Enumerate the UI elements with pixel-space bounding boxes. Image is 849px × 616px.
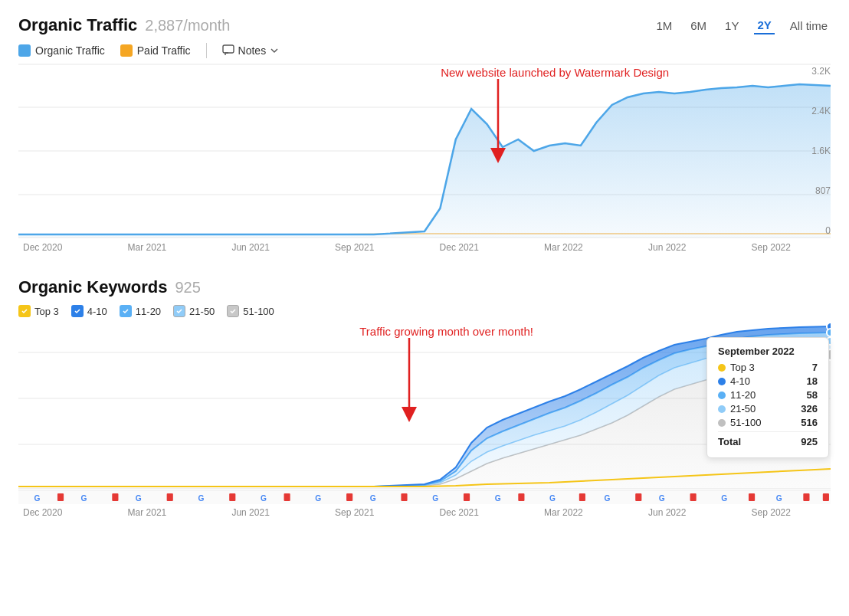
paid-legend-item[interactable]: Paid Traffic	[120, 44, 191, 57]
traffic-x-axis: Dec 2020 Mar 2021 Jun 2021 Sep 2021 Dec …	[18, 239, 831, 253]
x-label-0: Dec 2020	[23, 242, 62, 253]
kw-legend-4-10[interactable]: 4-10	[71, 305, 107, 317]
legend-divider	[206, 43, 207, 58]
kw-21-50-label: 21-50	[189, 306, 215, 317]
tooltip-label-21-50: 21-50	[718, 403, 756, 414]
y-label-1: 807	[797, 185, 831, 196]
kw-x-label-2: Jun 2021	[231, 507, 269, 518]
svg-text:G: G	[495, 494, 501, 503]
organic-keywords-section: Organic Keywords 925 Top 3 4-10 11-20	[18, 277, 831, 518]
kw-x-label-4: Dec 2021	[440, 507, 479, 518]
notes-chevron-icon	[270, 46, 279, 55]
y-label-0: 0	[797, 225, 831, 236]
svg-text:G: G	[776, 494, 782, 503]
kw-4-10-checkbox	[71, 305, 84, 317]
traffic-svg	[18, 63, 831, 239]
svg-rect-29	[112, 493, 118, 501]
tooltip-dot-11-20	[827, 329, 831, 336]
kw-21-50-checkbox	[173, 305, 185, 317]
svg-rect-35	[464, 493, 470, 501]
kw-legend-51-100[interactable]: 51-100	[227, 305, 274, 317]
x-label-7: Sep 2022	[752, 242, 791, 253]
organic-keywords-title: Organic Keywords	[18, 277, 167, 297]
kw-top3-label: Top 3	[34, 306, 59, 317]
svg-text:G: G	[315, 494, 321, 503]
tooltip-val-51-100: 516	[801, 417, 818, 428]
organic-legend-item[interactable]: Organic Traffic	[18, 44, 105, 57]
tooltip-val-4-10: 18	[807, 375, 818, 387]
kw-51-100-label: 51-100	[243, 306, 274, 317]
organic-traffic-section: Organic Traffic 2,887/month 1M 6M 1Y 2Y …	[18, 15, 831, 253]
kw-x-label-1: Mar 2021	[128, 507, 167, 518]
kw-x-label-0: Dec 2020	[23, 507, 62, 518]
tooltip-val-11-20: 58	[807, 389, 818, 401]
notes-label: Notes	[238, 44, 267, 57]
keywords-x-axis: Dec 2020 Mar 2021 Jun 2021 Sep 2021 Dec …	[18, 504, 831, 518]
organic-traffic-header: Organic Traffic 2,887/month 1M 6M 1Y 2Y …	[18, 15, 831, 35]
svg-text:G: G	[136, 494, 142, 503]
tooltip-total-label: Total	[718, 436, 741, 447]
svg-rect-28	[57, 493, 64, 501]
organic-legend-box	[18, 44, 31, 57]
kw-legend-11-20[interactable]: 11-20	[120, 305, 161, 317]
kw-legend-21-50[interactable]: 21-50	[173, 305, 215, 317]
paid-legend-box	[120, 44, 133, 57]
time-btn-1m[interactable]: 1M	[653, 18, 675, 34]
time-btn-alltime[interactable]: All time	[787, 18, 831, 34]
kw-top3-checkbox	[18, 305, 31, 317]
svg-rect-34	[401, 493, 407, 501]
time-btn-6m[interactable]: 6M	[687, 18, 710, 34]
svg-rect-33	[346, 493, 352, 501]
x-label-6: Jun 2022	[648, 242, 686, 253]
svg-rect-40	[749, 493, 755, 501]
marker-strip-svg: G G G G G G G G G G G G G G	[18, 491, 831, 505]
svg-text:G: G	[432, 494, 438, 503]
keywords-tooltip: September 2022 Top 3 7 4-10 18 11-20	[706, 337, 829, 458]
svg-text:G: G	[81, 494, 87, 503]
svg-rect-36	[518, 493, 524, 501]
svg-rect-32	[284, 493, 290, 501]
time-btn-2y[interactable]: 2Y	[754, 17, 774, 34]
y-label-3: 2.4K	[797, 106, 831, 116]
kw-4-10-label: 4-10	[87, 306, 107, 317]
svg-rect-42	[823, 493, 829, 501]
kw-x-label-7: Sep 2022	[752, 507, 791, 518]
kw-x-label-3: Sep 2021	[335, 507, 374, 518]
kw-51-100-checkbox	[227, 305, 239, 317]
svg-text:G: G	[198, 494, 204, 503]
tooltip-color-4-10	[718, 378, 726, 385]
organic-legend-label: Organic Traffic	[35, 44, 105, 57]
paid-legend-label: Paid Traffic	[137, 44, 191, 57]
time-controls: 1M 6M 1Y 2Y All time	[653, 17, 831, 34]
svg-text:G: G	[34, 494, 40, 503]
tooltip-val-top3: 7	[812, 362, 818, 373]
notes-button[interactable]: Notes	[222, 44, 280, 57]
x-label-2: Jun 2021	[231, 242, 269, 253]
tooltip-label-4-10: 4-10	[718, 375, 750, 387]
svg-rect-41	[803, 493, 809, 501]
kw-11-20-label: 11-20	[136, 306, 161, 317]
x-label-3: Sep 2021	[335, 242, 374, 253]
tooltip-color-51-100	[718, 419, 726, 427]
svg-rect-39	[690, 493, 697, 501]
kw-legend-top3[interactable]: Top 3	[18, 305, 59, 317]
x-label-1: Mar 2021	[128, 242, 167, 253]
marker-strip: G G G G G G G G G G G G G G	[18, 490, 831, 504]
tooltip-label-51-100: 51-100	[718, 417, 761, 428]
tooltip-title: September 2022	[718, 346, 818, 357]
x-label-4: Dec 2021	[440, 242, 479, 253]
y-label-4: 3.2K	[797, 66, 831, 77]
time-btn-1y[interactable]: 1Y	[722, 18, 742, 34]
svg-rect-0	[223, 45, 234, 53]
organic-traffic-chart: New website launched by Watermark Design	[18, 63, 831, 239]
tooltip-row-51-100: 51-100 516	[718, 417, 818, 428]
tooltip-color-11-20	[718, 392, 726, 399]
organic-traffic-monthly: 2,887/month	[145, 17, 230, 34]
x-label-5: Mar 2022	[544, 242, 583, 253]
tooltip-label-top3: Top 3	[718, 362, 755, 373]
tooltip-label-11-20: 11-20	[718, 389, 756, 401]
svg-rect-38	[635, 493, 641, 501]
svg-rect-37	[579, 493, 585, 501]
tooltip-val-21-50: 326	[801, 403, 818, 414]
kw-x-label-6: Jun 2022	[648, 507, 686, 518]
